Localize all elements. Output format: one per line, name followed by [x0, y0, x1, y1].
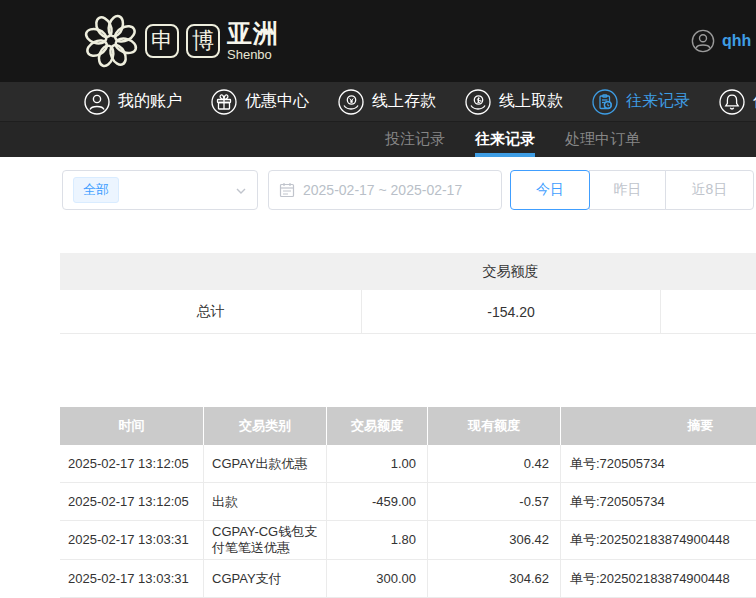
tab-label: 投注记录: [385, 130, 445, 149]
cell-balance: 306.42: [427, 521, 560, 559]
summary-amount-header: 交易额度: [361, 263, 660, 281]
filter-row: 全部 2025-02-17 ~ 2025-02-17 今日 昨日 近8日: [0, 170, 756, 210]
summary-empty-cell: [660, 290, 756, 333]
table-row: 2025-02-17 13:12:05 出款 -459.00 -0.57 单号:…: [60, 483, 756, 521]
cell-balance: -0.57: [427, 483, 560, 520]
cell-amount: 1.80: [326, 521, 427, 559]
calendar-icon: [279, 182, 295, 198]
summary-total-value: -154.20: [361, 290, 660, 333]
cell-type: CGPAY出款优惠: [203, 445, 326, 482]
table-row: 2025-02-17 13:12:05 CGPAY出款优惠 1.00 0.42 …: [60, 445, 756, 483]
logo-wordmark: 亚洲 Shenbo: [227, 21, 279, 61]
col-header-amount: 交易额度: [326, 407, 427, 445]
cell-time: 2025-02-17 13:12:05: [60, 445, 203, 482]
cell-type: 出款: [203, 483, 326, 520]
brand-logo[interactable]: 申 博 亚洲 Shenbo: [84, 12, 279, 70]
records-table-header: 时间 交易类别 交易额度 现有额度 摘要: [60, 407, 756, 445]
chevron-down-icon: [235, 185, 247, 197]
logo-char-bo: 博: [186, 24, 220, 58]
tab-betting-records[interactable]: 投注记录: [385, 122, 445, 157]
deposit-icon: [338, 89, 364, 115]
yesterday-button[interactable]: 昨日: [589, 170, 666, 210]
tab-pending-orders[interactable]: 处理中订单: [565, 122, 640, 157]
date-range-value: 2025-02-17 ~ 2025-02-17: [303, 182, 462, 198]
gift-icon: [211, 89, 237, 115]
logo-subtitle-text: Shenbo: [227, 48, 279, 61]
table-row: 2025-02-17 13:03:31 CGPAY-CG钱包支付笔笔送优惠 1.…: [60, 521, 756, 560]
col-header-time: 时间: [60, 407, 203, 445]
cell-balance: 304.62: [427, 560, 560, 597]
cell-time: 2025-02-17 13:03:31: [60, 560, 203, 597]
records-table: 时间 交易类别 交易额度 现有额度 摘要 2025-02-17 13:12:05…: [60, 407, 756, 598]
nav-item-label: 线上存款: [372, 91, 436, 112]
username: qhh: [722, 32, 751, 50]
summary-total-label: 总计: [60, 290, 361, 333]
nav-item-label: 往来记录: [626, 91, 690, 112]
tab-label: 往来记录: [475, 130, 535, 149]
cell-type: CGPAY-CG钱包支付笔笔送优惠: [203, 521, 326, 559]
last-8-days-button[interactable]: 近8日: [665, 170, 754, 210]
col-header-type: 交易类别: [203, 407, 326, 445]
nav-item-message-center[interactable]: 信息中心: [719, 89, 756, 115]
summary-total-row: 总计 -154.20: [60, 290, 756, 334]
logo-region-text: 亚洲: [227, 21, 279, 46]
col-header-balance: 现有额度: [427, 407, 560, 445]
tab-transaction-records[interactable]: 往来记录: [475, 122, 535, 157]
main-navbar: 我的账户 优惠中心 线上存款: [0, 82, 756, 122]
nav-item-my-account[interactable]: 我的账户: [84, 89, 182, 115]
person-icon: [84, 89, 110, 115]
cell-summary: 单号:720505734: [560, 483, 756, 520]
table-row: 2025-02-17 13:03:31 CGPAY支付 300.00 304.6…: [60, 560, 756, 598]
records-icon: [592, 89, 618, 115]
nav-item-label: 我的账户: [118, 91, 182, 112]
summary-table: 交易额度 总计 -154.20: [60, 253, 756, 334]
cell-amount: -459.00: [326, 483, 427, 520]
cell-time: 2025-02-17 13:12:05: [60, 483, 203, 520]
withdraw-icon: [465, 89, 491, 115]
cell-type: CGPAY支付: [203, 560, 326, 597]
cell-summary: 单号:202502183874900448: [560, 521, 756, 559]
user-account[interactable]: qhh: [691, 0, 751, 82]
flower-logo-icon: [84, 12, 138, 70]
cell-balance: 0.42: [427, 445, 560, 482]
quick-date-buttons: 今日 昨日 近8日: [510, 170, 754, 210]
nav-item-promotions[interactable]: 优惠中心: [211, 89, 309, 115]
logo-char-shen: 申: [145, 24, 179, 58]
cell-time: 2025-02-17 13:03:31: [60, 521, 203, 559]
cell-amount: 1.00: [326, 445, 427, 482]
top-header: 申 博 亚洲 Shenbo qhh: [0, 0, 756, 82]
selected-type-tag[interactable]: 全部: [73, 177, 119, 203]
date-range-picker[interactable]: 2025-02-17 ~ 2025-02-17: [268, 170, 502, 210]
summary-table-header: 交易额度: [60, 253, 756, 290]
today-button[interactable]: 今日: [510, 170, 590, 210]
type-select[interactable]: 全部: [62, 170, 258, 210]
records-subnav: 投注记录 往来记录 处理中订单: [0, 122, 756, 157]
col-header-summary: 摘要: [560, 407, 756, 445]
nav-item-label: 优惠中心: [245, 91, 309, 112]
tab-label: 处理中订单: [565, 130, 640, 149]
user-avatar-icon: [691, 29, 715, 53]
nav-item-online-deposit[interactable]: 线上存款: [338, 89, 436, 115]
nav-item-online-withdraw[interactable]: 线上取款: [465, 89, 563, 115]
bell-icon: [719, 89, 745, 115]
nav-item-transaction-records[interactable]: 往来记录: [592, 89, 690, 115]
cell-amount: 300.00: [326, 560, 427, 597]
nav-item-label: 线上取款: [499, 91, 563, 112]
cell-summary: 单号:720505734: [560, 445, 756, 482]
cell-summary: 单号:202502183874900448: [560, 560, 756, 597]
